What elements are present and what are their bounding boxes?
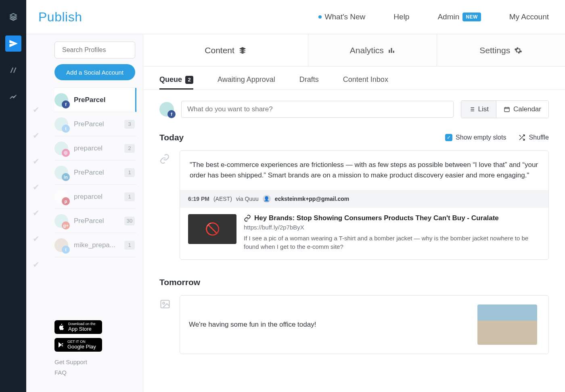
rail-reply[interactable] [5, 62, 21, 78]
tomorrow-header: Tomorrow [143, 260, 565, 287]
profile-name: PreParcel [74, 217, 119, 225]
queue-count: 3 [124, 120, 135, 129]
shuffle-button[interactable]: Shuffle [518, 134, 549, 141]
tab-analytics-label: Analytics [350, 46, 384, 55]
app-store-badge[interactable]: Download on theApp Store [54, 320, 102, 334]
brand: Publish [38, 10, 82, 25]
compose-input[interactable] [181, 101, 454, 118]
profile-item[interactable]: t mike_prepa... 1 [54, 233, 136, 257]
user-icon: 👤 [263, 195, 271, 203]
bar-chart-icon [388, 47, 395, 54]
pinterest-icon: p [62, 197, 70, 205]
profile-name: preparcel [74, 144, 119, 152]
app-rail [0, 0, 26, 392]
link-icon [244, 215, 251, 222]
tomorrow-heading: Tomorrow [159, 277, 200, 287]
post-card[interactable]: "The best e-commerce experiences are fri… [180, 150, 549, 260]
google-play-badge[interactable]: GET IT ONGoogle Play [54, 338, 102, 352]
avatar: ◎ [54, 142, 68, 155]
rail-analyze[interactable] [5, 89, 21, 105]
profile-item[interactable]: t PreParcel 3 [54, 112, 136, 136]
check-icon[interactable]: ✔ [26, 182, 46, 192]
queue-count: 30 [124, 217, 135, 225]
profile-item[interactable]: g+ PreParcel 30 [54, 209, 136, 233]
search-profiles[interactable] [54, 42, 135, 58]
post-meta: 6:19 PM (AEST) via Quuu 👤 ecksteinmk+pp@… [180, 190, 548, 208]
nav-my-account-label: My Account [509, 13, 549, 21]
tabs-primary: Content Analytics Settings [143, 34, 565, 67]
link-description: If I see a pic of a woman wearing a T-sh… [244, 234, 540, 252]
profile-item[interactable]: in PreParcel 1 [54, 161, 136, 185]
post-card[interactable]: We're having some fun in the office toda… [180, 295, 549, 354]
svg-rect-2 [391, 48, 392, 53]
check-icon[interactable]: ✔ [26, 208, 46, 218]
svg-rect-3 [393, 50, 394, 52]
profile-name: preparcel [74, 193, 119, 201]
avatar: t [54, 238, 68, 252]
get-support-link[interactable]: Get Support [54, 357, 87, 367]
profile-item[interactable]: f PreParcel [54, 88, 136, 112]
profile-name: mike_prepa... [74, 241, 119, 249]
nav-my-account[interactable]: My Account [509, 13, 549, 21]
sidebar: ✔ ✔ ✔ ✔ ✔ ✔ ✔ Add a Social Account f Pre… [26, 34, 143, 392]
rail-publish[interactable] [5, 35, 21, 52]
view-calendar-button[interactable]: Calendar [496, 101, 548, 118]
image-slot-icon [159, 298, 172, 312]
avatar: in [54, 166, 68, 179]
compose-row: f List Calendar [143, 90, 565, 118]
link-url: https://buff.ly/2p7bByX [244, 224, 540, 231]
add-social-account-button[interactable]: Add a Social Account [54, 64, 135, 80]
today-heading: Today [159, 133, 184, 142]
nav-admin[interactable]: Admin NEW [437, 13, 481, 21]
svg-point-6 [163, 302, 165, 304]
avatar: p [54, 190, 68, 204]
tab-analytics[interactable]: Analytics [308, 34, 436, 66]
view-toggle: List Calendar [461, 100, 549, 118]
tab-queue-label: Queue [159, 75, 182, 84]
check-icon[interactable]: ✔ [26, 260, 46, 269]
facebook-icon: f [167, 110, 176, 118]
shuffle-label: Shuffle [529, 134, 549, 141]
compose-avatar: f [159, 102, 174, 117]
rail-buffer-logo[interactable] [5, 9, 21, 25]
store-badges: Download on theApp Store GET IT ONGoogle… [54, 320, 102, 352]
trend-icon [9, 92, 18, 101]
link-preview[interactable]: 🚫 Hey Brands: Stop Showing Consumers Pro… [180, 208, 548, 260]
checkbox-checked-icon: ✓ [445, 134, 452, 141]
svg-rect-1 [389, 50, 390, 53]
view-list-button[interactable]: List [461, 101, 496, 118]
profile-item[interactable]: p preparcel 1 [54, 185, 136, 209]
check-icon[interactable]: ✔ [26, 234, 46, 244]
tab-drafts[interactable]: Drafts [299, 75, 319, 90]
profile-item[interactable]: ◎ preparcel 2 [54, 136, 136, 161]
tab-awaiting-approval[interactable]: Awaiting Approval [218, 75, 275, 90]
instagram-icon: ◎ [62, 149, 70, 157]
show-empty-slots-toggle[interactable]: ✓ Show empty slots [445, 134, 506, 141]
check-icon[interactable]: ✔ [26, 156, 46, 166]
tab-queue[interactable]: Queue 2 [159, 75, 193, 90]
tab-settings[interactable]: Settings [437, 34, 565, 66]
today-header: Today ✓ Show empty slots Shuffle [143, 118, 565, 142]
buffer-icon [9, 13, 18, 21]
tab-settings-label: Settings [479, 46, 510, 55]
queue-count: 1 [124, 192, 135, 201]
main: Publish What's New Help Admin NEW My Acc… [26, 0, 565, 392]
tab-content-inbox[interactable]: Content Inbox [343, 75, 388, 90]
queue-count: 2 [124, 144, 135, 153]
check-icon[interactable]: ✔ [26, 131, 46, 140]
nav-whats-new[interactable]: What's New [318, 13, 366, 21]
svg-rect-4 [504, 107, 509, 112]
check-icon[interactable]: ✔ [26, 105, 46, 115]
post-tomorrow: We're having some fun in the office toda… [143, 287, 565, 354]
stack-icon [239, 46, 247, 54]
queue-count: 1 [124, 168, 135, 177]
search-input[interactable] [62, 46, 143, 54]
nav-admin-label: Admin [437, 13, 459, 21]
tab-content[interactable]: Content [143, 34, 308, 66]
tabs-secondary: Queue 2 Awaiting Approval Drafts Content… [143, 67, 565, 90]
post-via: via Quuu [236, 196, 259, 202]
nav-help[interactable]: Help [393, 13, 409, 21]
faq-link[interactable]: FAQ [54, 367, 87, 378]
googleplus-icon: g+ [62, 221, 70, 229]
facebook-icon: f [62, 100, 70, 108]
